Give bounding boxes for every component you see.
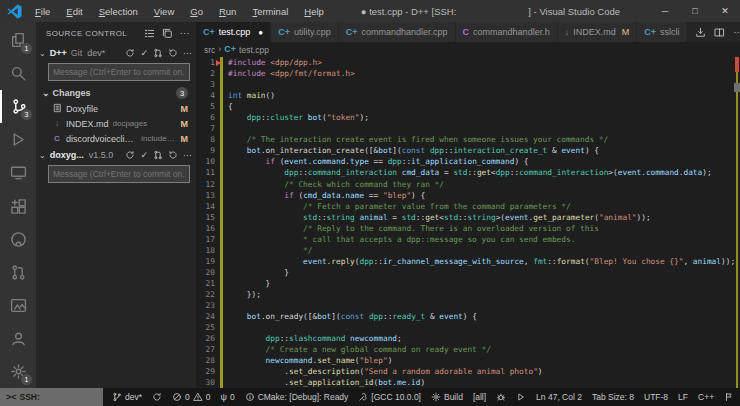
line-number[interactable]: 10	[196, 156, 220, 167]
pr-icon[interactable]	[153, 150, 163, 160]
line-number[interactable]: 29	[196, 366, 220, 377]
code-line-8[interactable]: 8 /* The interaction create event is fir…	[196, 134, 740, 145]
line-number[interactable]: 26	[196, 333, 220, 344]
code-line-24[interactable]: 24 bot.on_ready([&bot](const dpp::ready_…	[196, 311, 740, 322]
chevron-down-icon[interactable]: ⌄	[42, 88, 50, 98]
activity-live-preview[interactable]	[0, 289, 36, 322]
gutter-modified-indicator[interactable]	[220, 256, 223, 267]
code-line-4[interactable]: 4int main()	[196, 90, 740, 101]
maximize-button[interactable]: □	[680, 0, 710, 22]
chevron-down-icon[interactable]: ⌄	[39, 49, 46, 58]
repo-header-1[interactable]: ⌄D++Gitdev*✓···	[36, 44, 196, 62]
breadcrumb-item-test.cpp[interactable]: test.cpp	[239, 45, 269, 55]
line-number[interactable]: 25	[196, 322, 220, 333]
line-number[interactable]: 22	[196, 289, 220, 300]
gutter-modified-indicator[interactable]	[220, 179, 223, 190]
more-icon[interactable]: ···	[733, 28, 740, 37]
tab-sslcli[interactable]: C+sslcli	[637, 22, 687, 42]
menu-view[interactable]: View	[147, 4, 181, 19]
gutter-modified-indicator[interactable]	[220, 245, 223, 256]
gutter-modified-indicator[interactable]	[220, 201, 223, 212]
close-button[interactable]: ✕	[710, 0, 740, 22]
status-indentation[interactable]: Tab Size: 8	[587, 388, 639, 406]
gutter-modified-indicator[interactable]	[220, 377, 223, 388]
activity-github[interactable]	[0, 223, 36, 256]
menu-run[interactable]: Run	[212, 4, 243, 19]
tree-icon[interactable]	[144, 28, 155, 39]
line-number[interactable]: 9	[196, 145, 220, 156]
gutter-modified-indicator[interactable]	[220, 322, 223, 333]
more-icon[interactable]: ···	[183, 151, 192, 160]
line-number[interactable]: 27	[196, 344, 220, 355]
gutter-modified-indicator[interactable]	[220, 90, 223, 101]
scrollbar-handle[interactable]	[734, 83, 740, 92]
scm-file-discordvoiceclient.h[interactable]: Cdiscordvoiceclient.hinclude/d...M	[36, 131, 196, 146]
gutter-modified-indicator[interactable]	[220, 101, 223, 112]
commit-message-input[interactable]	[48, 63, 190, 81]
refresh-icon[interactable]	[168, 48, 178, 58]
activity-settings[interactable]: 1	[0, 355, 36, 388]
line-number[interactable]: 19	[196, 256, 220, 267]
status-cmake-debug[interactable]	[491, 388, 511, 406]
line-number[interactable]: 24	[196, 311, 220, 322]
line-number[interactable]: 7	[196, 123, 220, 134]
line-number[interactable]: 3	[196, 79, 220, 90]
status-cmake-status[interactable]: CMake: [Debug]: Ready	[240, 388, 354, 406]
gutter-modified-indicator[interactable]	[220, 79, 223, 90]
status-ports[interactable]: ψ0	[215, 388, 239, 406]
gutter-modified-indicator[interactable]	[220, 190, 223, 201]
code-line-3[interactable]: 3	[196, 79, 740, 90]
dirty-indicator[interactable]: ●	[258, 28, 263, 37]
status-cmake-launch[interactable]	[511, 388, 531, 406]
code-line-28[interactable]: 28 newcommand.set_name("blep")	[196, 355, 740, 366]
menu-go[interactable]: Go	[183, 4, 210, 19]
refresh-icon[interactable]	[168, 150, 178, 160]
tab-index.md[interactable]: ↓INDEX.mdM	[558, 22, 638, 42]
sync-icon[interactable]	[125, 48, 135, 58]
line-number[interactable]: 17	[196, 234, 220, 245]
gutter-modified-indicator[interactable]	[220, 57, 223, 68]
repos-icon[interactable]	[162, 28, 173, 39]
menu-edit[interactable]: Edit	[59, 4, 89, 19]
more-icon[interactable]: ···	[180, 29, 190, 38]
code-line-2[interactable]: 2#include <dpp/fmt/format.h>	[196, 68, 740, 79]
line-number[interactable]: 20	[196, 267, 220, 278]
gutter-modified-indicator[interactable]	[220, 355, 223, 366]
commit-message-input[interactable]	[48, 165, 190, 183]
code-line-11[interactable]: 11 dpp::command_interaction cmd_data = s…	[196, 167, 740, 178]
status-cmake-kit[interactable]: [GCC 10.0.0]	[353, 388, 426, 406]
menu-file[interactable]: File	[28, 4, 57, 19]
gutter-modified-indicator[interactable]	[220, 333, 223, 344]
activity-accounts[interactable]	[0, 322, 36, 355]
menu-terminal[interactable]: Terminal	[245, 4, 295, 19]
activity-search[interactable]	[0, 57, 36, 90]
gutter-modified-indicator[interactable]	[220, 112, 223, 123]
tab-utility.cpp[interactable]: C+utility.cpp	[271, 22, 339, 42]
code-line-17[interactable]: 17 * call that accepts a dpp::message so…	[196, 234, 740, 245]
overview-ruler[interactable]	[734, 57, 740, 388]
gutter-modified-indicator[interactable]	[220, 167, 223, 178]
code-line-27[interactable]: 27 /* Create a new global command on rea…	[196, 344, 740, 355]
line-number[interactable]: 4	[196, 90, 220, 101]
status-problems[interactable]: 00	[167, 388, 215, 406]
status-remote-indicator[interactable]: ><SSH:	[0, 388, 103, 406]
code-line-18[interactable]: 18 */	[196, 245, 740, 256]
code-line-25[interactable]: 25	[196, 322, 740, 333]
line-number[interactable]: 11	[196, 167, 220, 178]
code-line-16[interactable]: 16 /* Reply to the command. There is an …	[196, 223, 740, 234]
gutter-modified-indicator[interactable]	[220, 123, 223, 134]
code-line-29[interactable]: 29 .set_description("Send a random adora…	[196, 366, 740, 377]
activity-source-control[interactable]: 3	[0, 90, 36, 123]
changes-section-header[interactable]: ⌄Changes3	[36, 85, 196, 101]
pr-icon[interactable]	[153, 48, 163, 58]
tab-test.cpp[interactable]: C+test.cpp●	[196, 22, 271, 42]
code-line-5[interactable]: 5{	[196, 101, 740, 112]
gutter-modified-indicator[interactable]	[220, 311, 223, 322]
code-line-23[interactable]: 23	[196, 300, 740, 311]
code-editor[interactable]: 1#include <dpp/dpp.h>2#include <dpp/fmt/…	[196, 57, 740, 388]
activity-extensions[interactable]	[0, 189, 36, 222]
code-line-1[interactable]: 1#include <dpp/dpp.h>	[196, 57, 740, 68]
code-line-19[interactable]: 19 event.reply(dpp::ir_channel_message_w…	[196, 256, 740, 267]
line-number[interactable]: 13	[196, 190, 220, 201]
line-number[interactable]: 15	[196, 212, 220, 223]
